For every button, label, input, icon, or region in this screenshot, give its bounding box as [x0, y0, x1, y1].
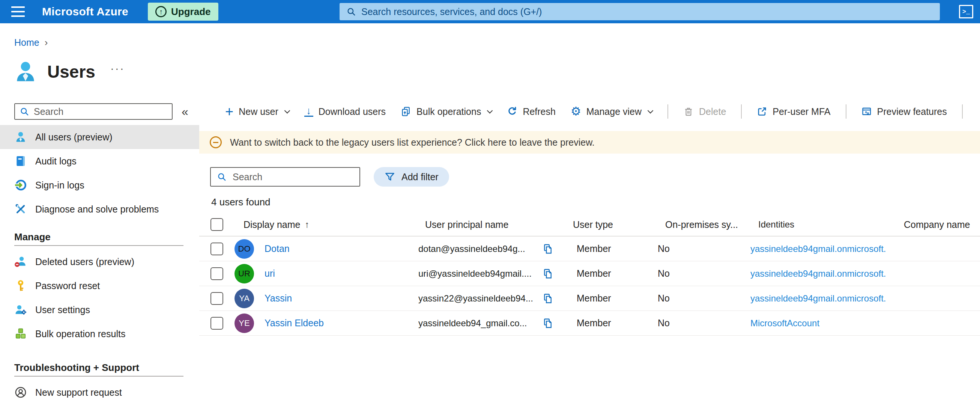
user-display-name-link[interactable]: Yassin	[264, 293, 292, 304]
delete-label: Delete	[699, 106, 726, 117]
user-principal-name: yassineldeeb94_gmail.co...	[418, 318, 542, 328]
audit-logs-icon	[14, 155, 27, 167]
divider	[14, 376, 183, 376]
plus-icon: +	[225, 106, 233, 117]
manage-view-button[interactable]: ⚙ Manage view	[571, 106, 652, 117]
identities-link[interactable]: yassineldeeb94gmail.onmicrosoft.	[750, 293, 886, 303]
preview-features-button[interactable]: Preview features	[861, 106, 947, 117]
select-all-checkbox[interactable]	[210, 218, 223, 231]
user-icon	[14, 131, 27, 144]
new-user-button[interactable]: + New user	[225, 106, 289, 117]
avatar: UR	[234, 264, 254, 284]
more-options-icon[interactable]: ···	[110, 62, 125, 75]
collapse-sidebar-button[interactable]: «	[181, 105, 188, 119]
on-premises-sync: No	[655, 243, 750, 254]
sidebar-item-deleted-users[interactable]: Deleted users (preview)	[0, 250, 199, 274]
sidebar-item-label: New support request	[35, 387, 122, 398]
on-premises-sync: No	[655, 317, 750, 328]
copy-icon[interactable]	[542, 293, 554, 304]
col-company-name[interactable]: Company name	[904, 219, 970, 230]
row-checkbox[interactable]	[210, 242, 223, 255]
copy-icon[interactable]	[542, 317, 554, 329]
users-search-box[interactable]	[210, 167, 360, 187]
user-display-name-link[interactable]: Yassin Eldeeb	[264, 317, 324, 328]
user-display-name-link[interactable]: uri	[264, 268, 275, 279]
preview-features-label: Preview features	[877, 106, 947, 117]
hamburger-menu-icon[interactable]	[11, 6, 26, 17]
chevron-right-icon: ›	[45, 37, 48, 48]
sidebar-item-password-reset[interactable]: Password reset	[0, 274, 199, 298]
sidebar-item-new-support-request[interactable]: New support request	[0, 380, 199, 404]
sidebar-item-user-settings[interactable]: User settings	[0, 298, 199, 322]
user-display-name-link[interactable]: Dotan	[264, 243, 290, 254]
row-checkbox[interactable]	[210, 317, 223, 330]
external-link-icon	[757, 106, 767, 117]
identities-link[interactable]: yassineldeeb94gmail.onmicrosoft.	[750, 244, 886, 254]
delete-button[interactable]: Delete	[683, 106, 726, 117]
bulk-operations-button[interactable]: Bulk operations	[401, 106, 492, 117]
users-page-icon	[14, 60, 38, 84]
gear-icon: ⚙	[571, 106, 581, 117]
preview-banner[interactable]: Want to switch back to the legacy users …	[199, 131, 980, 153]
sidebar-item-sign-in-logs[interactable]: Sign-in logs	[0, 173, 199, 197]
table-row: UR uri uri@yassineldeeb94gmail.... Membe…	[199, 262, 980, 286]
table-row: YA Yassin yassin22@yassineldeeb94... Mem…	[199, 286, 980, 311]
command-bar: + New user ↓ Download users Bulk operati…	[199, 101, 980, 122]
user-type: Member	[572, 317, 655, 328]
upgrade-button[interactable]: ↑ Upgrade	[148, 3, 218, 21]
user-principal-name: yassin22@yassineldeeb94...	[418, 293, 542, 304]
user-principal-name: dotan@yassineldeeb94g...	[418, 244, 542, 254]
sidebar-search-box[interactable]	[14, 103, 173, 120]
on-premises-sync: No	[655, 293, 750, 304]
filter-row: Add filter	[210, 167, 980, 187]
new-user-label: New user	[239, 106, 278, 117]
divider	[741, 104, 742, 119]
identities-link[interactable]: MicrosoftAccount	[750, 318, 819, 328]
copy-icon[interactable]	[542, 268, 554, 279]
user-type: Member	[572, 243, 655, 254]
sidebar-item-bulk-results[interactable]: Bulk operation results	[0, 322, 199, 346]
sidebar-nav: All users (preview) Audit logs Sign-in l…	[0, 125, 199, 404]
user-settings-icon	[14, 303, 27, 316]
col-identities[interactable]: Identities	[758, 219, 794, 230]
sidebar-item-label: All users (preview)	[35, 132, 113, 143]
add-filter-label: Add filter	[401, 172, 439, 182]
cloud-shell-icon[interactable]: >_	[959, 5, 973, 18]
table-row: YE Yassin Eldeeb yassineldeeb94_gmail.co…	[199, 311, 980, 336]
sidebar-item-audit-logs[interactable]: Audit logs	[0, 149, 199, 173]
deleted-user-icon	[14, 255, 27, 268]
col-display-name[interactable]: Display name	[243, 219, 300, 230]
sort-ascending-icon: ↑	[305, 219, 309, 230]
preview-features-icon	[861, 106, 872, 117]
users-table: Display name ↑ User principal name User …	[199, 213, 980, 336]
users-search-input[interactable]	[232, 172, 353, 182]
row-checkbox[interactable]	[210, 267, 223, 280]
col-user-type[interactable]: User type	[573, 219, 613, 230]
col-user-principal-name[interactable]: User principal name	[425, 219, 508, 230]
upgrade-label: Upgrade	[171, 6, 210, 18]
user-type: Member	[572, 268, 655, 279]
identities-link[interactable]: yassineldeeb94gmail.onmicrosoft.	[750, 268, 886, 279]
trash-icon	[683, 106, 694, 117]
add-filter-button[interactable]: Add filter	[374, 167, 449, 187]
sidebar-search-input[interactable]	[34, 106, 167, 117]
download-users-button[interactable]: ↓ Download users	[304, 106, 386, 117]
refresh-button[interactable]: Refresh	[507, 106, 556, 117]
sidebar-item-diagnose[interactable]: Diagnose and solve problems	[0, 197, 199, 221]
on-premises-sync: No	[655, 268, 750, 279]
table-header-row: Display name ↑ User principal name User …	[199, 213, 980, 236]
global-search-box[interactable]	[340, 3, 940, 20]
refresh-icon	[507, 106, 517, 117]
col-on-premises-sync[interactable]: On-premises sy...	[665, 219, 738, 230]
row-checkbox[interactable]	[210, 292, 223, 305]
banner-text: Want to switch back to the legacy users …	[230, 137, 595, 148]
global-search-input[interactable]	[361, 6, 933, 17]
sidebar-item-label: Audit logs	[35, 156, 76, 167]
sidebar-item-all-users[interactable]: All users (preview)	[0, 125, 199, 149]
breadcrumb-home-link[interactable]: Home	[14, 37, 40, 48]
per-user-mfa-button[interactable]: Per-user MFA	[757, 106, 830, 117]
bulk-operations-icon	[401, 106, 411, 117]
brand-title[interactable]: Microsoft Azure	[42, 5, 128, 18]
sidebar-section-support: Troubleshooting + Support	[0, 359, 199, 376]
copy-icon[interactable]	[542, 243, 554, 255]
